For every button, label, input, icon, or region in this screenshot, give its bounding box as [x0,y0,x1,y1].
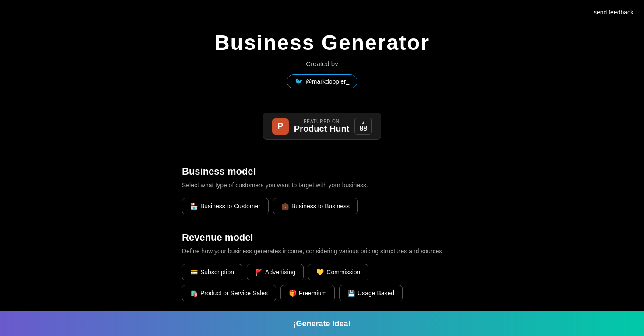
b2c-emoji: 🏪 [190,203,198,210]
ph-name: Product Hunt [294,124,350,134]
twitter-handle: @markdoppler_ [306,78,350,85]
b2b-label: Business to Business [291,203,350,210]
business-model-title: Business model [182,166,462,177]
generate-label: ¡Generate idea! [293,319,350,329]
freemium-label: Freemium [299,290,326,297]
btn-b2c[interactable]: 🏪 Business to Customer [182,198,269,214]
subscription-label: Subscription [200,269,234,276]
send-feedback-link[interactable]: send feedback [594,9,634,16]
business-model-desc: Select what type of customers you want t… [182,181,462,190]
revenue-model-section: Revenue model Define how your business g… [182,232,462,301]
revenue-model-options: 💳 Subscription 🚩 Advertising 💛 Commissio… [182,264,462,301]
subscription-emoji: 💳 [190,269,198,276]
ph-logo: P [272,118,289,135]
generate-idea-button[interactable]: ¡Generate idea! [0,312,644,336]
product-sales-label: Product or Service Sales [200,290,268,297]
ph-votes[interactable]: ▲ 88 [354,118,372,135]
ph-vote-count: 88 [359,125,367,133]
btn-product-service-sales[interactable]: 🛍️ Product or Service Sales [182,285,276,301]
main-title: Business Generator [0,31,644,55]
b2c-label: Business to Customer [200,203,260,210]
advertising-emoji: 🚩 [255,269,262,276]
business-model-options: 🏪 Business to Customer 💼 Business to Bus… [182,198,462,214]
btn-b2b[interactable]: 💼 Business to Business [273,198,358,214]
btn-usage-based[interactable]: 💾 Usage Based [339,285,402,301]
btn-commission[interactable]: 💛 Commission [308,264,368,280]
usage-based-emoji: 💾 [347,290,355,297]
header: Business Generator Created by 🐦 @markdop… [0,0,644,140]
twitter-icon: 🐦 [295,77,303,85]
usage-based-label: Usage Based [357,290,394,297]
product-hunt-badge[interactable]: P FEATURED ON Product Hunt ▲ 88 [263,113,381,140]
ph-text: FEATURED ON Product Hunt [294,119,350,134]
ph-featured-on: FEATURED ON [294,119,350,124]
advertising-label: Advertising [265,269,295,276]
btn-freemium[interactable]: 🎁 Freemium [280,285,335,301]
revenue-model-desc: Define how your business generates incom… [182,247,462,256]
business-model-section: Business model Select what type of custo… [182,166,462,214]
freemium-emoji: 🎁 [289,290,296,297]
btn-advertising[interactable]: 🚩 Advertising [247,264,304,280]
twitter-link[interactable]: 🐦 @markdoppler_ [287,74,358,88]
main-content: Business model Select what type of custo… [173,140,471,336]
b2b-emoji: 💼 [281,203,289,210]
revenue-model-title: Revenue model [182,232,462,243]
created-by-text: Created by [0,60,644,67]
btn-subscription[interactable]: 💳 Subscription [182,264,242,280]
product-sales-emoji: 🛍️ [190,290,198,297]
ph-upvote-arrow: ▲ [361,120,365,125]
commission-label: Commission [326,269,360,276]
commission-emoji: 💛 [316,269,324,276]
